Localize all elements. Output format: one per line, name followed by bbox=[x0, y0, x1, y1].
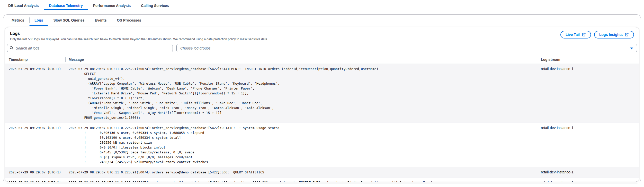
logs-insights-button[interactable]: Logs Insights bbox=[594, 31, 634, 38]
logs-card-header: Logs Only the last 500 logs are displaye… bbox=[5, 27, 639, 41]
log-message-text: 2025-07-29 08:29:07 UTC:11.0.225.91(5007… bbox=[69, 170, 537, 175]
tab-performance-analysis[interactable]: Performance Analysis bbox=[88, 0, 136, 11]
log-groups-select-placeholder: Choose log groups bbox=[180, 46, 211, 50]
log-message: 2025-07-29 08:29:07 UTC:11.0.225.91(5007… bbox=[65, 66, 537, 120]
database-telemetry-panel: Metrics Logs Slow SQL Queries Events OS … bbox=[3, 14, 641, 183]
live-tail-button-label: Live Tail bbox=[566, 33, 580, 37]
tab-logs[interactable]: Logs bbox=[29, 15, 48, 26]
tab-database-telemetry[interactable]: Database Telemetry bbox=[44, 0, 88, 11]
log-timestamp: 2025-07-29 09:29:07 (UTC+1) bbox=[5, 180, 65, 182]
log-message-text: 2025-07-29 08:29:07 UTC:11.0.225.91(5007… bbox=[69, 66, 537, 120]
log-stream: retail-dev-instance-1 bbox=[537, 66, 629, 71]
caret-down-icon bbox=[630, 46, 633, 50]
log-table-header: Timestamp Message Log stream bbox=[5, 55, 639, 64]
logs-description: Only the last 500 logs are displayed. Yo… bbox=[10, 37, 268, 41]
log-stream: retail-dev-instance-1 bbox=[537, 170, 629, 175]
table-row[interactable]: 2025-07-29 09:29:07 (UTC+1) 2025-07-29 0… bbox=[5, 167, 639, 178]
log-message: 2025-07-29 08:29:07 UTC:11.0.225.91(5007… bbox=[65, 125, 537, 164]
column-header-log-stream[interactable]: Log stream bbox=[537, 55, 629, 64]
external-link-icon bbox=[625, 33, 629, 37]
logs-insights-button-label: Logs Insights bbox=[599, 33, 623, 37]
table-row[interactable]: 2025-07-29 09:29:07 (UTC+1) 2025-07-29 0… bbox=[5, 178, 639, 182]
log-groups-select[interactable]: Choose log groups bbox=[176, 44, 637, 52]
table-row[interactable]: 2025-07-29 09:29:07 (UTC+1) 2025-07-29 0… bbox=[5, 123, 639, 167]
page-title: Logs bbox=[10, 31, 268, 36]
log-timestamp: 2025-07-29 09:29:07 (UTC+1) bbox=[5, 125, 65, 130]
log-timestamp: 2025-07-29 09:29:07 (UTC+1) bbox=[5, 66, 65, 71]
live-tail-button[interactable]: Live Tail bbox=[560, 31, 591, 38]
log-message: 2025-07-29 08:29:07 UTC:11.0.225.91(5007… bbox=[65, 170, 537, 175]
log-stream: retail-dev-instance-1 bbox=[537, 180, 629, 182]
logs-actions: Live Tail Logs Insights bbox=[560, 31, 634, 38]
log-timestamp: 2025-07-29 09:29:07 (UTC+1) bbox=[5, 170, 65, 175]
column-header-timestamp[interactable]: Timestamp bbox=[5, 55, 65, 64]
tab-os-processes[interactable]: OS Processes bbox=[112, 15, 146, 26]
logs-card: Logs Only the last 500 logs are displaye… bbox=[5, 27, 639, 182]
search-input[interactable] bbox=[7, 44, 173, 52]
search-box bbox=[7, 44, 173, 52]
tab-slow-sql-queries[interactable]: Slow SQL Queries bbox=[48, 15, 90, 26]
log-message-text: 2025-07-29 08:29:07 UTC:11.0.225.91(5007… bbox=[69, 125, 537, 164]
table-row[interactable]: 2025-07-29 09:29:07 (UTC+1) 2025-07-29 0… bbox=[5, 64, 639, 123]
column-header-spacer bbox=[629, 55, 639, 64]
log-message-text: 2025-07-29 08:29:07 UTC:11.0.225.91(5007… bbox=[69, 180, 537, 182]
tab-events[interactable]: Events bbox=[90, 15, 112, 26]
logs-title-block: Logs Only the last 500 logs are displaye… bbox=[10, 31, 268, 41]
log-table: Timestamp Message Log stream 2025-07-29 … bbox=[5, 55, 639, 182]
primary-tab-bar: DB Load Analysis Database Telemetry Perf… bbox=[0, 0, 644, 11]
log-message: 2025-07-29 08:29:07 UTC:11.0.225.91(5007… bbox=[65, 180, 537, 182]
tab-db-load-analysis[interactable]: DB Load Analysis bbox=[3, 0, 44, 11]
tab-metrics[interactable]: Metrics bbox=[6, 15, 29, 26]
tab-calling-services[interactable]: Calling Services bbox=[136, 0, 174, 11]
log-stream: retail-dev-instance-1 bbox=[537, 125, 629, 130]
log-table-body: 2025-07-29 09:29:07 (UTC+1) 2025-07-29 0… bbox=[5, 64, 639, 182]
column-header-message[interactable]: Message bbox=[65, 55, 537, 64]
logs-filter-row: Choose log groups bbox=[5, 41, 639, 55]
telemetry-sub-tab-bar: Metrics Logs Slow SQL Queries Events OS … bbox=[3, 15, 641, 26]
external-link-icon bbox=[582, 33, 586, 37]
